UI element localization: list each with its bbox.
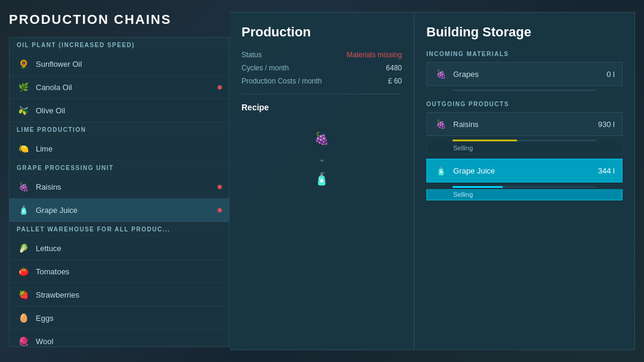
lime-label: Lime <box>36 144 52 153</box>
grape-juice-out-selling-row: Selling <box>426 189 623 200</box>
lime-icon: 🍋 <box>17 142 30 155</box>
grapes-in-storage-name: Grapes <box>453 70 606 79</box>
sidebar-section-header: Grape Processing Unit <box>10 160 229 175</box>
raisins-out-progress-bar <box>453 140 517 141</box>
production-field-value: £ 60 <box>388 77 402 85</box>
canola-oil-icon: 🌿 <box>17 81 30 94</box>
storage-item-raisins-out[interactable]: 🍇Raisins930 l <box>426 112 623 136</box>
sidebar-item-olive-oil[interactable]: 🫒Olive Oil <box>10 99 229 122</box>
middle-panel: Production StatusMaterials missingCycles… <box>230 12 414 350</box>
recipe-arrow-icon: ⌄ <box>318 154 326 163</box>
grape-juice-out-storage-icon: 🧴 <box>434 164 447 177</box>
grape-juice-out-selling-label: Selling <box>453 191 473 198</box>
strawberries-icon: 🍓 <box>17 288 30 301</box>
raisins-out-storage-amount: 930 l <box>598 120 615 129</box>
production-field-label: Production Costs / month <box>242 77 322 85</box>
storage-item-wrapper-grapes-in: 🍇Grapes0 l <box>426 62 623 91</box>
production-field-row: Cycles / month6480 <box>242 64 402 72</box>
grape-juice-label: Grape Juice <box>36 206 78 215</box>
raisins-icon: 🍇 <box>17 180 30 193</box>
grape-juice-out-progress-container <box>453 186 596 188</box>
sidebar-section-header: Lime Production <box>10 122 229 137</box>
storage-item-grapes-in[interactable]: 🍇Grapes0 l <box>426 62 623 86</box>
lettuce-label: Lettuce <box>36 244 61 253</box>
grapes-in-progress-container <box>453 89 596 91</box>
sidebar-item-lettuce[interactable]: 🥬Lettuce <box>10 237 229 260</box>
sidebar-item-eggs[interactable]: 🥚Eggs <box>10 307 229 330</box>
sidebar-item-canola-oil[interactable]: 🌿Canola Oil <box>10 76 229 99</box>
grape-juice-out-storage-amount: 344 l <box>598 166 615 175</box>
page-title: Production Chains <box>9 12 230 27</box>
eggs-label: Eggs <box>36 314 54 323</box>
sidebar-item-tomatoes[interactable]: 🍅Tomatoes <box>10 260 229 283</box>
storage-item-wrapper-grape-juice-out: 🧴Grape Juice344 lSelling <box>426 159 623 200</box>
grape-juice-icon: 🧴 <box>17 203 30 216</box>
canola-oil-label: Canola Oil <box>36 83 72 92</box>
raisins-label: Raisins <box>36 182 61 191</box>
raisins-alert-dot <box>218 185 222 189</box>
production-field-value: Materials missing <box>346 51 402 59</box>
raisins-out-storage-name: Raisins <box>453 120 598 129</box>
raisins-out-storage-icon: 🍇 <box>434 117 447 131</box>
sidebar-item-sunflower-oil[interactable]: 🌻Sunflower Oil <box>10 52 229 76</box>
production-title: Production <box>242 24 402 40</box>
tomatoes-label: Tomatoes <box>36 267 69 276</box>
storage-item-wrapper-raisins-out: 🍇Raisins930 lSelling <box>426 112 623 154</box>
sidebar-item-strawberries[interactable]: 🍓Strawberries <box>10 283 229 307</box>
left-panel: Production Chains Oil Plant (Increased S… <box>9 12 230 350</box>
recipe-area: 🍇 ⌄ 🧴 <box>242 122 402 196</box>
wool-label: Wool <box>36 337 53 346</box>
sidebar-section-header: Pallet Warehouse for all Produc... <box>10 222 229 237</box>
raisins-out-progress-container <box>453 140 596 141</box>
recipe-input-icon: 🍇 <box>311 128 333 149</box>
building-storage-title: Building Storage <box>426 24 623 40</box>
eggs-icon: 🥚 <box>17 311 30 324</box>
strawberries-label: Strawberries <box>36 290 79 299</box>
incoming-header: Incoming Materials <box>426 51 623 57</box>
sidebar-item-wool[interactable]: 🧶Wool <box>10 330 229 347</box>
production-field-label: Status <box>242 51 262 59</box>
production-field-value: 6480 <box>386 64 402 72</box>
raisins-out-selling-label: Selling <box>453 144 473 151</box>
grape-juice-out-storage-name: Grape Juice <box>453 166 598 175</box>
grape-juice-out-progress-bar <box>453 186 503 188</box>
raisins-out-selling-row: Selling <box>426 143 623 154</box>
canola-oil-alert-dot <box>218 85 222 89</box>
grapes-in-storage-icon: 🍇 <box>434 67 447 81</box>
recipe-title: Recipe <box>242 103 402 112</box>
sidebar: Oil Plant (Increased Speed)🌻Sunflower Oi… <box>9 37 230 347</box>
production-field-row: Production Costs / month£ 60 <box>242 77 402 85</box>
olive-oil-label: Olive Oil <box>36 106 65 115</box>
sidebar-section-header: Oil Plant (Increased Speed) <box>10 38 229 52</box>
olive-oil-icon: 🫒 <box>17 104 30 117</box>
storage-item-grape-juice-out[interactable]: 🧴Grape Juice344 l <box>426 159 623 182</box>
grape-juice-alert-dot <box>218 208 222 212</box>
sidebar-item-raisins[interactable]: 🍇Raisins <box>10 175 229 199</box>
sunflower-oil-label: Sunflower Oil <box>36 60 82 69</box>
right-panel: Building Storage Incoming Materials 🍇Gra… <box>414 12 635 350</box>
wool-icon: 🧶 <box>17 335 30 347</box>
sidebar-item-lime[interactable]: 🍋Lime <box>10 137 229 160</box>
production-field-label: Cycles / month <box>242 64 289 72</box>
sunflower-oil-icon: 🌻 <box>17 57 30 70</box>
production-field-row: StatusMaterials missing <box>242 51 402 59</box>
sidebar-item-grape-juice[interactable]: 🧴Grape Juice <box>10 199 229 222</box>
outgoing-header: Outgoing Products <box>426 101 623 107</box>
grapes-in-storage-amount: 0 l <box>606 70 615 79</box>
recipe-output-icon: 🧴 <box>311 168 333 190</box>
tomatoes-icon: 🍅 <box>17 265 30 278</box>
lettuce-icon: 🥬 <box>17 242 30 255</box>
